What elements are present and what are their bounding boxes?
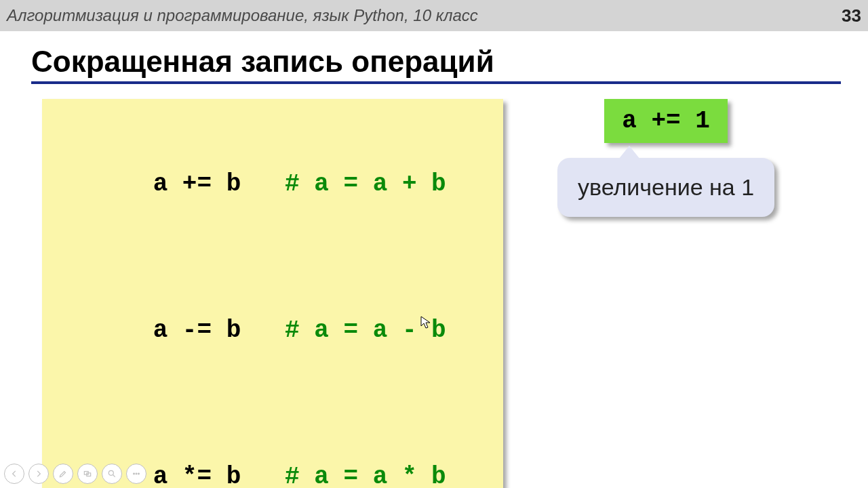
chevron-right-icon: [34, 469, 43, 479]
slide-title: Сокращенная запись операций: [31, 45, 868, 79]
more-icon: [132, 469, 141, 479]
course-title: Алгоритмизация и программирование, язык …: [7, 6, 478, 25]
zoom-icon: [107, 469, 117, 479]
svg-point-5: [136, 473, 137, 474]
screens-icon: [83, 469, 92, 479]
code-part: a *= b: [153, 463, 241, 488]
code-comment: # a = a + b: [285, 170, 446, 198]
code-box: a += b # a = a + b a -= b # a = a - b a …: [42, 99, 503, 488]
svg-point-4: [134, 473, 135, 474]
presentation-toolbar: [4, 464, 146, 484]
code-comment: # a = a * b: [285, 463, 446, 488]
snippet-box: a += 1: [604, 99, 728, 143]
pen-icon: [58, 469, 68, 479]
side-column: a += 1 увеличение на 1: [557, 99, 774, 217]
code-line: a -= b # a = a - b: [65, 258, 476, 404]
chevron-left-icon: [9, 469, 19, 479]
callout-wrap: увеличение на 1: [557, 158, 774, 217]
pen-button[interactable]: [53, 464, 73, 484]
zoom-button[interactable]: [102, 464, 122, 484]
page-number: 33: [842, 5, 861, 26]
title-underline: [31, 81, 841, 84]
next-button[interactable]: [28, 464, 49, 484]
code-line: a += b # a = a + b: [65, 111, 476, 258]
screens-button[interactable]: [77, 464, 98, 484]
svg-line-3: [113, 475, 115, 477]
code-part: a -= b: [153, 317, 241, 344]
svg-point-2: [108, 470, 113, 475]
slide-content: a += b # a = a + b a -= b # a = a - b a …: [0, 99, 868, 488]
code-part: a += b: [153, 170, 241, 198]
slide-header: Алгоритмизация и программирование, язык …: [0, 0, 868, 31]
prev-button[interactable]: [4, 464, 24, 484]
more-button[interactable]: [126, 464, 146, 484]
svg-point-6: [138, 473, 140, 474]
callout-text: увеличение на 1: [557, 158, 774, 217]
code-comment: # a = a - b: [285, 317, 446, 344]
